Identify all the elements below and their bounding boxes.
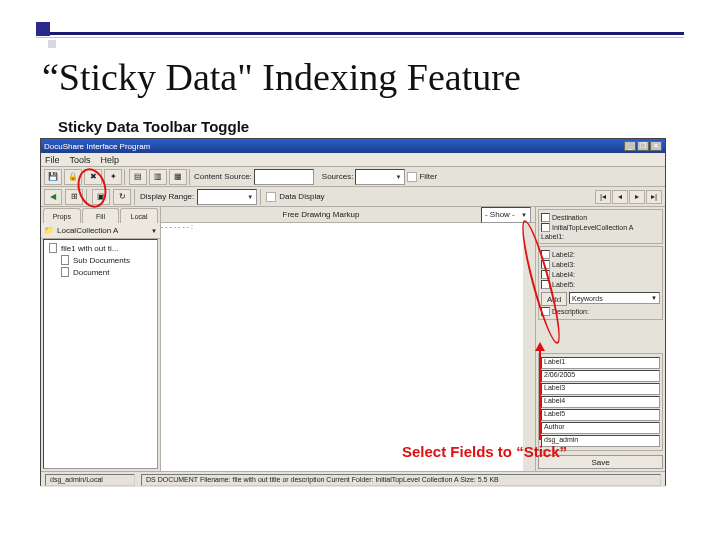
main-area: Props Fill Local 📁 LocalCollection A ▼ f…	[41, 207, 665, 471]
data-display-checkbox[interactable]	[266, 192, 276, 202]
tree-item-document[interactable]: Document	[46, 266, 155, 278]
filter-label: Filter	[419, 172, 437, 181]
annotation-select-fields: Select Fields to “Stick”	[402, 443, 567, 460]
description-label: Description:	[552, 308, 660, 315]
chevron-down-icon[interactable]: ▼	[151, 228, 157, 234]
toolbar-button-7[interactable]: ▦	[169, 169, 187, 185]
content-source-label: Content Source:	[194, 172, 252, 181]
separator	[124, 169, 127, 185]
destination-checkbox[interactable]	[541, 213, 550, 222]
value-input-author[interactable]: Author	[541, 422, 660, 434]
sticky-fields-group: Label2: Label3: Label4: Label5: Add Keyw…	[538, 246, 663, 320]
initial-collection-label: InitialTopLevelCollection A	[552, 224, 660, 231]
filter-checkbox[interactable]	[407, 172, 417, 182]
menu-file[interactable]: File	[45, 155, 60, 165]
center-panel: Free Drawing Markup - Show -▼ - - - - - …	[161, 207, 535, 471]
separator	[134, 189, 137, 205]
field-label: Label5:	[552, 281, 660, 288]
slide-title: “Sticky Data" Indexing Feature	[42, 55, 521, 99]
content-source-input[interactable]	[254, 169, 314, 185]
callout-arrow	[539, 345, 541, 440]
display-range-label: Display Range:	[140, 192, 194, 201]
tab-local[interactable]: Local	[120, 208, 158, 223]
nav-next-button[interactable]: ▸	[629, 190, 645, 204]
left-panel-tabs: Props Fill Local	[41, 207, 160, 223]
annotation-toolbar-toggle: Sticky Data Toolbar Toggle	[58, 118, 249, 135]
nav-prev-button[interactable]: ◂	[612, 190, 628, 204]
status-user: dsg_admin/Local	[45, 474, 135, 486]
keywords-dropdown[interactable]: Keywords▼	[569, 292, 660, 304]
back-icon: ◀	[50, 192, 56, 201]
tree-item-subdocs[interactable]: Sub Documents	[46, 254, 155, 266]
destination-label: Destination	[552, 214, 660, 221]
file-icon	[60, 255, 70, 265]
menubar: File Tools Help	[41, 153, 665, 167]
field-label: Label4:	[552, 271, 660, 278]
maximize-button[interactable]: ❐	[637, 141, 649, 151]
slide-divider	[36, 32, 684, 38]
floppy-icon: 💾	[48, 172, 58, 181]
nav-last-button[interactable]: ▸|	[646, 190, 662, 204]
field-label: Label2:	[552, 251, 660, 258]
file-icon	[48, 243, 58, 253]
record-nav: |◂ ◂ ▸ ▸|	[595, 190, 662, 204]
collection-name: LocalCollection A	[57, 226, 118, 235]
menu-tools[interactable]: Tools	[70, 155, 91, 165]
rotate-icon: ↻	[119, 192, 126, 201]
lock-icon: 🔒	[68, 172, 78, 181]
main-toolbar: 💾 🔒 ✖ ✦ ▤ ▥ ▦ Content Source: Sources: ▼…	[41, 167, 665, 187]
sources-label: Sources:	[322, 172, 354, 181]
window-title: DocuShare Interface Program	[44, 142, 150, 151]
document-view[interactable]: - - - - - - - :	[161, 223, 523, 471]
value-input-date[interactable]: 2/06/2005	[541, 370, 660, 382]
menu-help[interactable]: Help	[101, 155, 120, 165]
file-icon	[60, 267, 70, 277]
separator	[260, 189, 263, 205]
tree-item-label: Document	[73, 268, 109, 277]
sources-dropdown[interactable]: ▼	[355, 169, 405, 185]
value-input-5[interactable]: Label5	[541, 409, 660, 421]
tree-icon: ⊞	[71, 192, 78, 201]
window-controls: _ ❐ ✕	[624, 141, 662, 151]
close-button[interactable]: ✕	[650, 141, 662, 151]
value-input-1[interactable]: Label1	[541, 357, 660, 369]
tab-fill[interactable]: Fill	[82, 208, 120, 223]
toolbar-button-4[interactable]: ✦	[104, 169, 122, 185]
doc-icon: ▦	[174, 172, 182, 181]
toolbar-button-5[interactable]: ▤	[129, 169, 147, 185]
display-range-dropdown[interactable]: ▼	[197, 189, 257, 205]
document-text: - - - - - - - :	[161, 223, 301, 263]
folder-icon: 📁	[44, 226, 54, 235]
document-toolbar: Free Drawing Markup - Show -▼	[161, 207, 535, 223]
status-info: DS DOCUMENT Filename: file with out titl…	[141, 474, 661, 486]
chevron-down-icon: ▼	[521, 212, 527, 218]
slide-bullet-icon	[36, 22, 50, 36]
field-label: Label1:	[541, 233, 660, 240]
destination-group: Destination InitialTopLevelCollection A …	[538, 209, 663, 244]
values-group: Label1 2/06/2005 Label3 Label4 Label5 Au…	[538, 353, 663, 451]
chevron-down-icon: ▼	[247, 194, 253, 200]
nav-first-button[interactable]: |◂	[595, 190, 611, 204]
left-panel: Props Fill Local 📁 LocalCollection A ▼ f…	[41, 207, 161, 471]
chevron-down-icon: ▼	[651, 295, 657, 301]
value-input-4[interactable]: Label4	[541, 396, 660, 408]
file-tree[interactable]: file1 with out ti... Sub Documents Docum…	[43, 239, 158, 469]
collection-checkbox[interactable]	[541, 223, 550, 232]
tab-props[interactable]: Props	[43, 208, 81, 223]
separator	[189, 169, 192, 185]
pin-icon: ✦	[110, 172, 117, 181]
tree-item-file[interactable]: file1 with out ti...	[46, 242, 155, 254]
doc-icon: ▤	[134, 172, 142, 181]
toolbar-button-6[interactable]: ▥	[149, 169, 167, 185]
minimize-button[interactable]: _	[624, 141, 636, 151]
field-label: Label3:	[552, 261, 660, 268]
value-input-3[interactable]: Label3	[541, 383, 660, 395]
chevron-down-icon: ▼	[395, 174, 401, 180]
left-panel-header: 📁 LocalCollection A ▼	[41, 223, 160, 239]
titlebar: DocuShare Interface Program _ ❐ ✕	[41, 139, 665, 153]
rotate-button[interactable]: ↻	[113, 189, 131, 205]
history-back-button[interactable]: ◀	[44, 189, 62, 205]
data-display-label: Data Display	[279, 192, 324, 201]
toolbar-button-1[interactable]: 💾	[44, 169, 62, 185]
markup-label: Free Drawing Markup	[283, 210, 360, 219]
